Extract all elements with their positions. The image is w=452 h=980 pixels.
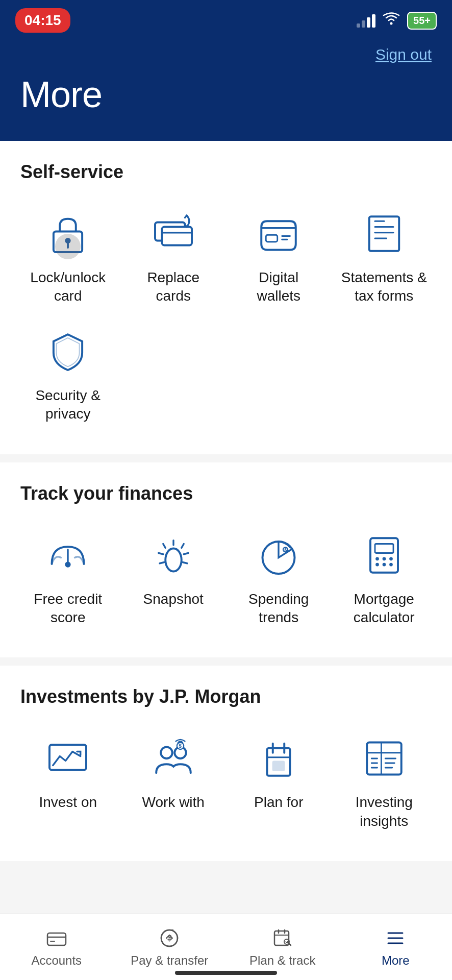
plan-for-label: Plan for — [254, 793, 304, 812]
statements-tax-forms-icon — [356, 208, 412, 259]
svg-point-37 — [161, 747, 172, 759]
lock-unlock-icon — [40, 208, 96, 259]
plan-track-label: Plan & track — [249, 953, 315, 968]
svg-text:$: $ — [179, 743, 182, 749]
battery-indicator: 55+ — [407, 12, 437, 30]
bottom-nav: Accounts $ Pay & transfer Plan & track — [0, 914, 452, 980]
svg-text:$: $ — [285, 547, 287, 552]
svg-point-31 — [382, 557, 386, 560]
free-credit-score-label: Free creditscore — [34, 590, 102, 627]
replace-cards-label: Replacecards — [147, 268, 199, 306]
security-privacy-icon — [40, 326, 96, 377]
svg-rect-29 — [375, 544, 393, 553]
svg-point-16 — [65, 561, 71, 567]
pay-transfer-label: Pay & transfer — [131, 953, 208, 968]
track-finances-section: Track your finances Free creditscore — [0, 462, 452, 658]
spending-trends-label: Spendingtrends — [248, 590, 309, 627]
spending-trends-item[interactable]: $ Spendingtrends — [231, 525, 327, 632]
lock-unlock-card-item[interactable]: Lock/unlockcard — [20, 203, 116, 311]
snapshot-icon — [145, 530, 202, 581]
signal-icon — [357, 13, 375, 28]
svg-rect-61 — [274, 931, 289, 945]
self-service-grid: Lock/unlockcard Replacecards — [20, 203, 432, 429]
more-icon — [384, 927, 407, 949]
mortgage-calculator-label: Mortgagecalculator — [354, 590, 415, 627]
nav-plan-track[interactable]: Plan & track — [226, 914, 339, 980]
work-with-item[interactable]: $ Work with — [126, 728, 221, 836]
free-credit-score-item[interactable]: Free creditscore — [20, 525, 116, 632]
svg-rect-55 — [47, 933, 66, 945]
svg-line-22 — [184, 553, 188, 554]
nav-pay-transfer[interactable]: $ Pay & transfer — [113, 914, 227, 980]
work-with-icon: $ — [145, 733, 202, 784]
mortgage-calculator-item[interactable]: Mortgagecalculator — [337, 525, 432, 632]
self-service-section: Self-service Lock/unlockcard — [0, 141, 452, 454]
status-bar: 04:15 55+ — [0, 0, 452, 41]
investing-insights-item[interactable]: Investinginsights — [337, 728, 432, 836]
invest-on-icon — [40, 733, 96, 784]
digital-wallets-icon — [250, 208, 307, 259]
security-privacy-item[interactable]: Security &privacy — [20, 321, 116, 429]
track-finances-title: Track your finances — [20, 483, 432, 504]
digital-wallets-item[interactable]: Digitalwallets — [231, 203, 327, 311]
svg-line-19 — [163, 544, 166, 548]
security-privacy-label: Security &privacy — [35, 386, 101, 424]
svg-point-32 — [389, 557, 393, 560]
svg-point-34 — [382, 562, 386, 566]
page-title: More — [20, 74, 432, 115]
svg-line-24 — [183, 562, 187, 563]
investments-grid: Invest on $ Work with — [20, 728, 432, 836]
svg-point-17 — [165, 548, 182, 571]
self-service-title: Self-service — [20, 161, 432, 183]
mortgage-calculator-icon — [356, 530, 412, 581]
snapshot-label: Snapshot — [143, 590, 204, 608]
statements-tax-forms-item[interactable]: Statements &tax forms — [337, 203, 432, 311]
replace-cards-item[interactable]: Replacecards — [126, 203, 221, 311]
pay-transfer-icon: $ — [158, 927, 181, 949]
svg-line-21 — [159, 553, 163, 554]
investing-insights-icon — [356, 733, 412, 784]
investing-insights-label: Investinginsights — [356, 793, 413, 830]
svg-rect-5 — [162, 227, 192, 246]
accounts-icon — [45, 927, 68, 949]
investments-section: Investments by J.P. Morgan Invest on — [0, 666, 452, 861]
plan-track-icon — [271, 927, 294, 949]
statements-tax-forms-label: Statements &tax forms — [341, 268, 427, 306]
header: Sign out More — [0, 41, 452, 141]
spending-trends-icon: $ — [250, 530, 307, 581]
svg-point-30 — [375, 557, 379, 560]
snapshot-item[interactable]: Snapshot — [126, 525, 221, 632]
status-time: 04:15 — [15, 8, 70, 33]
status-icons: 55+ — [357, 12, 437, 30]
accounts-label: Accounts — [31, 953, 82, 968]
sign-out-button[interactable]: Sign out — [375, 46, 432, 63]
nav-accounts[interactable]: Accounts — [0, 914, 113, 980]
lock-unlock-label: Lock/unlockcard — [30, 268, 106, 306]
free-credit-score-icon — [40, 530, 96, 581]
investments-title: Investments by J.P. Morgan — [20, 686, 432, 707]
ripple — [55, 234, 81, 259]
plan-for-item[interactable]: Plan for — [231, 728, 327, 836]
replace-cards-icon — [145, 208, 202, 259]
nav-more[interactable]: More — [339, 914, 453, 980]
wifi-icon — [383, 12, 400, 30]
svg-rect-7 — [266, 235, 278, 242]
plan-for-icon — [250, 733, 307, 784]
invest-on-label: Invest on — [39, 793, 97, 812]
digital-wallets-label: Digitalwallets — [257, 268, 300, 306]
svg-point-33 — [375, 562, 379, 566]
home-indicator — [175, 971, 277, 975]
svg-point-0 — [390, 22, 393, 24]
svg-line-23 — [160, 562, 164, 563]
svg-line-20 — [182, 544, 184, 548]
track-finances-grid: Free creditscore Snapshot — [20, 525, 432, 632]
work-with-label: Work with — [142, 793, 205, 812]
invest-on-item[interactable]: Invest on — [20, 728, 116, 836]
svg-rect-45 — [273, 762, 285, 771]
more-label: More — [382, 953, 410, 968]
svg-point-35 — [389, 562, 393, 566]
